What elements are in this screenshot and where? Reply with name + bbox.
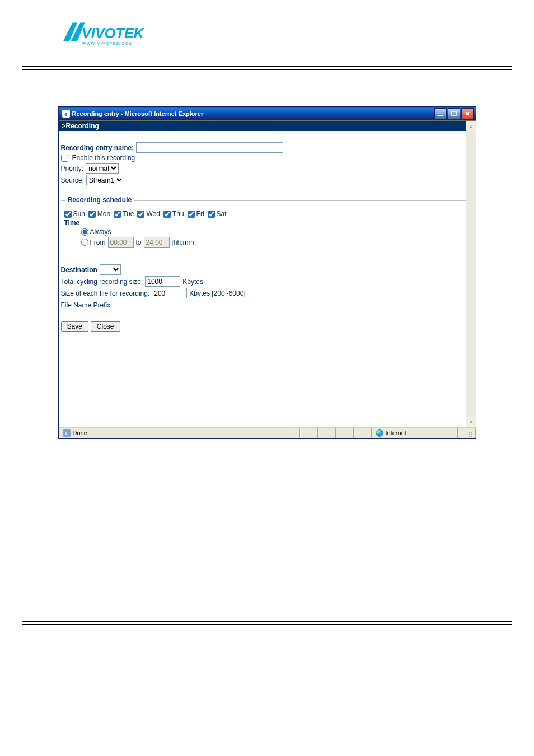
resize-grip[interactable]	[458, 427, 476, 438]
save-button[interactable]: Save	[61, 321, 88, 332]
priority-label: Priority:	[61, 165, 84, 172]
day-mon-checkbox[interactable]	[88, 211, 96, 218]
titlebar: e Recording entry - Microsoft Internet E…	[59, 107, 476, 120]
time-always-label: Always	[90, 228, 111, 236]
day-fri-label: Fri	[196, 210, 204, 218]
page-heading: >Recording	[59, 121, 476, 131]
enable-recording-label: Enable this recording	[72, 154, 135, 162]
day-sat-label: Sat	[217, 210, 227, 218]
time-to-input[interactable]	[144, 237, 170, 248]
source-label: Source:	[61, 176, 84, 184]
day-sun-checkbox[interactable]	[64, 211, 72, 218]
destination-label: Destination	[61, 266, 97, 274]
svg-text:WWW.VIVOTEK.COM: WWW.VIVOTEK.COM	[82, 41, 133, 45]
globe-icon	[376, 429, 383, 437]
status-bar: e Done Internet	[59, 427, 476, 438]
day-thu-checkbox[interactable]	[163, 211, 171, 218]
enable-recording-checkbox[interactable]	[61, 155, 68, 162]
vivotek-logo: VIVOTEK WWW.VIVOTEK.COM	[59, 20, 154, 50]
svg-text:VIVOTEK: VIVOTEK	[82, 25, 145, 41]
total-size-unit: Kbytes	[182, 278, 203, 286]
top-divider	[22, 66, 512, 70]
close-button[interactable]: Close	[91, 321, 120, 332]
vertical-scrollbar[interactable]: ▴ ▾	[466, 121, 476, 427]
day-tue-checkbox[interactable]	[114, 211, 121, 218]
svg-rect-4	[438, 115, 443, 116]
day-wed-label: Wed	[146, 210, 160, 218]
page: VIVOTEK WWW.VIVOTEK.COM e Recording entr…	[0, 0, 534, 625]
source-select[interactable]: Stream1	[86, 175, 124, 185]
time-label: Time	[64, 219, 80, 227]
bottom-divider	[22, 621, 512, 625]
day-mon-label: Mon	[97, 210, 110, 218]
form-content: Recording entry name: Enable this record…	[59, 131, 476, 338]
each-size-input[interactable]	[152, 288, 187, 298]
entry-name-label: Recording entry name:	[61, 144, 134, 152]
total-size-input[interactable]	[145, 276, 180, 287]
schedule-legend: Recording schedule	[65, 196, 134, 204]
status-cell-empty1	[300, 427, 318, 438]
day-sun-label: Sun	[73, 210, 85, 218]
status-cell-empty3	[336, 427, 354, 438]
client-area: >Recording Recording entry name: Enable …	[59, 120, 476, 438]
ie-icon: e	[62, 110, 70, 118]
day-wed-checkbox[interactable]	[137, 211, 144, 218]
close-window-button[interactable]	[461, 108, 474, 119]
time-to-label: to	[136, 239, 142, 246]
status-zone-text: Internet	[386, 430, 406, 436]
scroll-down-arrow-icon: ▾	[466, 417, 476, 427]
maximize-button[interactable]	[448, 108, 460, 119]
window-title: Recording entry - Microsoft Internet Exp…	[72, 110, 433, 117]
file-prefix-label: File Name Prefix:	[61, 301, 113, 309]
close-icon	[465, 111, 470, 116]
day-sat-checkbox[interactable]	[208, 211, 215, 218]
scroll-up-arrow-icon: ▴	[466, 121, 476, 130]
maximize-icon	[451, 111, 457, 116]
status-text: Done	[73, 430, 87, 436]
logo-container: VIVOTEK WWW.VIVOTEK.COM	[0, 20, 534, 66]
minimize-icon	[438, 111, 443, 116]
each-size-unit: Kbytes [200~6000]	[189, 290, 245, 297]
browser-window: e Recording entry - Microsoft Internet E…	[58, 106, 476, 439]
status-zone-cell: Internet	[372, 427, 458, 438]
svg-rect-5	[452, 111, 456, 116]
day-thu-label: Thu	[172, 210, 184, 218]
time-always-radio[interactable]	[81, 228, 88, 236]
priority-select[interactable]: normal	[86, 163, 119, 174]
entry-name-input[interactable]	[136, 142, 283, 153]
status-cell-empty4	[354, 427, 372, 438]
time-hhmm-label: [hh:mm]	[172, 239, 196, 246]
day-tue-label: Tue	[123, 210, 134, 218]
content-viewport: >Recording Recording entry name: Enable …	[59, 121, 476, 427]
status-main-cell: e Done	[59, 427, 300, 438]
done-icon: e	[63, 429, 71, 437]
destination-select[interactable]	[100, 264, 121, 275]
total-size-label: Total cycling recording size:	[61, 278, 143, 286]
status-cell-empty2	[318, 427, 336, 438]
time-from-label: From	[90, 239, 106, 246]
day-fri-checkbox[interactable]	[188, 211, 195, 218]
minimize-button[interactable]	[434, 108, 447, 119]
time-from-radio[interactable]	[81, 239, 88, 246]
each-size-label: Size of each file for recording:	[61, 290, 150, 297]
schedule-fieldset: Recording schedule Sun Mon Tue Wed Thu F…	[61, 197, 470, 248]
time-from-input[interactable]	[108, 237, 134, 248]
file-prefix-input[interactable]	[115, 300, 158, 310]
